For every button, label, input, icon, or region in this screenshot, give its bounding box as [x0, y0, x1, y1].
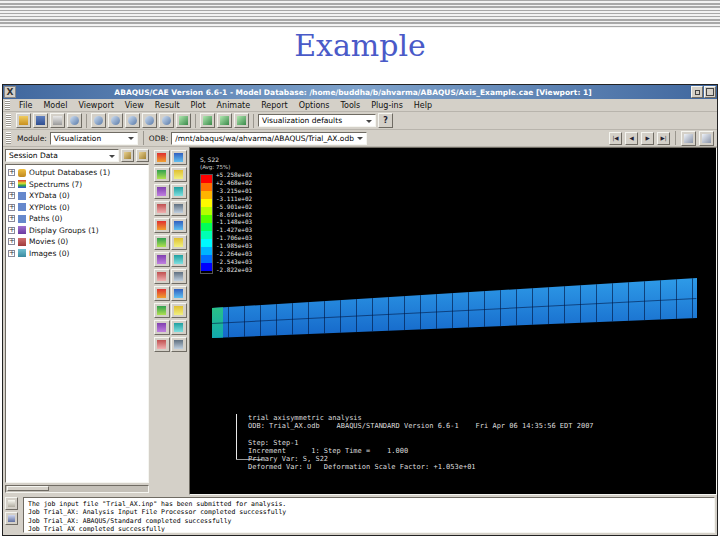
tree-item-xydata[interactable]: + XYData (0): [8, 191, 146, 200]
last-frame-button[interactable]: ▶|: [657, 132, 670, 145]
menu-animate[interactable]: Animate: [212, 100, 256, 111]
expand-icon[interactable]: +: [8, 227, 15, 234]
menu-report[interactable]: Report: [256, 100, 293, 111]
expand-icon[interactable]: +: [8, 250, 15, 257]
maximize-button[interactable]: [704, 86, 716, 98]
xyplot-icon: [18, 203, 26, 211]
toolbox-tool-button[interactable]: [171, 167, 187, 182]
tree-item-output-databases[interactable]: + Output Databases (1): [8, 168, 146, 177]
odb-value: /mnt/abaqus/wa/ahvarma/ABAQUS/Trial_AX.o…: [175, 134, 354, 143]
menu-plugins[interactable]: Plug-ins: [366, 100, 408, 111]
expand-icon[interactable]: +: [8, 181, 15, 188]
render-shaded-button[interactable]: [234, 113, 249, 128]
toolbox-tool-button[interactable]: [154, 201, 170, 216]
contextbar-drag-handle[interactable]: [6, 132, 11, 145]
context-help-button[interactable]: ?: [378, 113, 393, 128]
tree-collapse-button[interactable]: [136, 149, 149, 162]
menu-model[interactable]: Model: [38, 100, 72, 111]
toolbox-tool-button[interactable]: [154, 303, 170, 318]
pan-view-button[interactable]: [108, 113, 123, 128]
tree-item-xyplots[interactable]: + XYPlots (0): [8, 203, 146, 212]
expand-icon[interactable]: +: [8, 204, 15, 211]
tree-item-paths[interactable]: + Paths (0): [8, 214, 146, 223]
tree-item-spectrums[interactable]: + Spectrums (7): [8, 180, 146, 189]
menu-options[interactable]: Options: [294, 100, 335, 111]
tree-horizontal-scrollbar[interactable]: [5, 485, 149, 493]
save-database-button[interactable]: [50, 113, 65, 128]
toolbox-tool-button[interactable]: [154, 286, 170, 301]
rotate-view-button[interactable]: [91, 113, 106, 128]
color-code-combo[interactable]: Visualization defaults: [258, 114, 376, 127]
command-line-tab[interactable]: [5, 512, 18, 525]
cycle-views-button[interactable]: [176, 113, 191, 128]
toolbox-tool-button[interactable]: [154, 184, 170, 199]
previous-frame-button[interactable]: ◀: [625, 132, 638, 145]
menu-view[interactable]: View: [120, 100, 149, 111]
expand-icon[interactable]: +: [8, 169, 15, 176]
toolbox-tool-button[interactable]: [171, 337, 187, 352]
tree-item-images[interactable]: + Images (0): [8, 249, 146, 258]
expand-icon[interactable]: +: [8, 215, 15, 222]
play-animation-button[interactable]: ▶: [641, 132, 654, 145]
render-wireframe-button[interactable]: [200, 113, 215, 128]
snapshot-button[interactable]: [681, 131, 696, 146]
magnify-view-icon: [128, 116, 137, 125]
scrollbar-thumb[interactable]: [7, 486, 49, 491]
toolbox-tool-button[interactable]: [171, 150, 187, 165]
viewport-settings-button[interactable]: [699, 131, 714, 146]
odb-combo[interactable]: /mnt/abaqus/wa/ahvarma/ABAQUS/Trial_AX.o…: [171, 132, 367, 145]
toolbox-tool-button[interactable]: [171, 303, 187, 318]
toolbox-tool-button[interactable]: [171, 235, 187, 250]
toolbox-tool-button[interactable]: [154, 150, 170, 165]
expand-icon[interactable]: +: [8, 192, 15, 199]
toolbox-tool-button[interactable]: [171, 201, 187, 216]
toolbox-tool-button[interactable]: [154, 252, 170, 267]
new-database-button[interactable]: [16, 113, 31, 128]
toolbox-tool-icon: [157, 221, 166, 230]
toolbox-tool-button[interactable]: [154, 167, 170, 182]
expand-icon[interactable]: +: [8, 238, 15, 245]
toolbox-tool-button[interactable]: [154, 269, 170, 284]
menu-file[interactable]: File: [14, 100, 37, 111]
print-button[interactable]: [67, 113, 82, 128]
toolbox-tool-button[interactable]: [171, 320, 187, 335]
toolbox-tool-button[interactable]: [171, 218, 187, 233]
magnify-view-button[interactable]: [125, 113, 140, 128]
window-menu-icon[interactable]: X: [4, 86, 16, 98]
menubar-drag-handle[interactable]: [5, 100, 10, 110]
toolbox-tool-button[interactable]: [154, 235, 170, 250]
render-hidden-button[interactable]: [217, 113, 232, 128]
first-frame-button[interactable]: |◀: [609, 132, 622, 145]
open-database-button[interactable]: [33, 113, 48, 128]
menu-viewport[interactable]: Viewport: [73, 100, 118, 111]
toolbox-tool-button[interactable]: [154, 337, 170, 352]
legend-band: [201, 183, 212, 191]
toolbar-drag-handle[interactable]: [6, 114, 11, 128]
menu-help[interactable]: Help: [409, 100, 437, 111]
viewport-canvas[interactable]: S, S22 (Avg: 75%) +5.258e+02+2.468e+02-3…: [189, 147, 717, 495]
toolbox-tool-button[interactable]: [171, 286, 187, 301]
toolbox-tool-button[interactable]: [154, 218, 170, 233]
toolbox-tool-button[interactable]: [171, 252, 187, 267]
zoom-box-button[interactable]: [142, 113, 157, 128]
toolbox-tool-icon: [174, 187, 183, 196]
minimize-button[interactable]: [691, 86, 703, 98]
tree-selector-combo[interactable]: Session Data: [5, 149, 119, 162]
tree-item-label: Output Databases (1): [29, 168, 110, 177]
annotation-blank-line: [248, 430, 594, 438]
menu-result[interactable]: Result: [150, 100, 185, 111]
window-titlebar[interactable]: X ABAQUS/CAE Version 6.6-1 - Model Datab…: [3, 85, 717, 99]
auto-fit-view-button[interactable]: [159, 113, 174, 128]
toolbox-tool-button[interactable]: [171, 184, 187, 199]
toolbox-tool-button[interactable]: [154, 320, 170, 335]
toolbox-tool-button[interactable]: [171, 269, 187, 284]
tree-item-movies[interactable]: + Movies (0): [8, 237, 146, 246]
menu-tools[interactable]: Tools: [336, 100, 366, 111]
message-log[interactable]: The job input file "Trial_AX.inp" has be…: [23, 497, 715, 533]
module-combo[interactable]: Visualization: [50, 132, 138, 145]
axis-triad-y: [236, 414, 237, 460]
menu-plot[interactable]: Plot: [186, 100, 211, 111]
message-area-tab[interactable]: [5, 497, 18, 510]
tree-item-display-groups[interactable]: + Display Groups (1): [8, 226, 146, 235]
tree-filter-button[interactable]: [121, 149, 134, 162]
